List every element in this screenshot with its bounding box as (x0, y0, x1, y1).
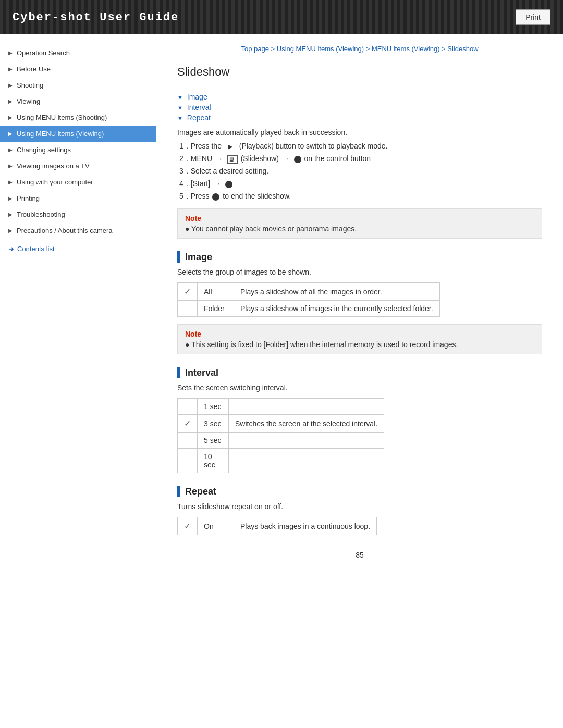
circle-button-icon (212, 193, 219, 201)
contents-list-label: Contents list (17, 245, 55, 253)
check-cell (178, 433, 198, 449)
sidebar-item-using-menu-shooting[interactable]: ▶Using MENU items (Shooting) (0, 109, 156, 126)
arrow-icon: ▶ (8, 115, 13, 120)
table-row: ✓ 3 sec Switches the screen at the selec… (178, 415, 384, 433)
interval-table: 1 sec ✓ 3 sec Switches the screen at the… (177, 398, 384, 473)
print-button[interactable]: Print (516, 9, 550, 25)
arrow-icon: ▶ (8, 131, 13, 137)
desc-cell: Switches the screen at the selected inte… (229, 415, 384, 433)
table-row: ✓ On Plays back images in a continuous l… (178, 517, 377, 535)
interval-description: Sets the screen switching interval. (177, 384, 542, 392)
arrow-icon: ▶ (8, 228, 13, 233)
sidebar-label: Using with your computer (17, 178, 93, 186)
sidebar-item-using-menu-viewing[interactable]: ▶Using MENU items (Viewing) (0, 126, 156, 142)
interval-section-link[interactable]: ▼ Interval (177, 103, 542, 112)
sidebar-label: Using MENU items (Viewing) (17, 130, 104, 138)
breadcrumb-using-menu-viewing[interactable]: Using MENU items (Viewing) (277, 45, 364, 53)
playback-icon: ▶ (225, 142, 236, 151)
circle-button-icon (225, 181, 232, 188)
interval-heading: Interval (177, 367, 542, 378)
section-bar-icon (177, 367, 180, 378)
sidebar-item-operation-search[interactable]: ▶Operation Search (0, 45, 156, 61)
breadcrumb: Top page > Using MENU items (Viewing) > … (177, 45, 542, 53)
arrow-right-icon: ➜ (8, 245, 14, 253)
image-heading: Image (177, 251, 542, 263)
image-link-label: Image (187, 93, 207, 101)
table-row: 1 sec (178, 399, 384, 415)
repeat-section-link[interactable]: ▼ Repeat (177, 114, 542, 122)
step-1: 1．Press the ▶ (Playback) button to switc… (177, 142, 542, 151)
intro-text: Images are automatically played back in … (177, 128, 542, 137)
check-cell: ✓ (178, 283, 198, 301)
sidebar-label: Precautions / About this camera (17, 227, 113, 235)
arrow-icon: ▶ (8, 212, 13, 217)
table-row: ✓ All Plays a slideshow of all the image… (178, 283, 440, 301)
image-description: Selects the group of images to be shown. (177, 268, 542, 276)
circle-button-icon (294, 156, 301, 163)
sidebar-item-viewing-images-tv[interactable]: ▶Viewing images on a TV (0, 158, 156, 174)
step-5: 5．Press to end the slideshow. (177, 192, 542, 201)
check-cell (178, 449, 198, 473)
sidebar-label: Viewing images on a TV (17, 162, 90, 170)
sidebar-label: Viewing (17, 97, 40, 105)
label-cell: All (198, 283, 234, 301)
desc-cell (229, 399, 384, 415)
sidebar-item-troubleshooting[interactable]: ▶Troubleshooting (0, 206, 156, 223)
arrow-icon: → (216, 155, 223, 163)
arrow-icon: ▶ (8, 82, 13, 88)
interval-link-label: Interval (187, 103, 211, 112)
checkmark-icon: ✓ (184, 419, 191, 428)
sidebar-item-viewing[interactable]: ▶Viewing (0, 93, 156, 109)
page-title: Slideshow (177, 65, 542, 84)
check-cell: ✓ (178, 415, 198, 433)
sidebar-item-printing[interactable]: ▶Printing (0, 190, 156, 206)
sidebar-label: Changing settings (17, 146, 71, 154)
desc-cell: Plays back images in a continuous loop. (234, 517, 377, 535)
step-3: 3．Select a desired setting. (177, 167, 542, 176)
desc-cell (229, 433, 384, 449)
repeat-heading: Repeat (177, 486, 542, 497)
sidebar-label: Printing (17, 194, 40, 202)
repeat-section: Repeat Turns slideshow repeat on or off.… (177, 486, 542, 535)
sidebar-item-before-use[interactable]: ▶Before Use (0, 61, 156, 77)
breadcrumb-top[interactable]: Top page (241, 45, 269, 53)
breadcrumb-current: Slideshow (447, 45, 478, 53)
arrow-icon: → (283, 155, 289, 163)
desc-cell: Plays a slideshow of images in the curre… (234, 301, 440, 317)
repeat-table: ✓ On Plays back images in a continuous l… (177, 517, 377, 535)
header: Cyber-shot User Guide Print (0, 0, 563, 34)
triangle-down-icon: ▼ (177, 115, 183, 121)
arrow-icon: ▶ (8, 98, 13, 104)
sidebar-item-shooting[interactable]: ▶Shooting (0, 77, 156, 93)
desc-cell (229, 449, 384, 473)
label-cell: On (198, 517, 234, 535)
arrow-icon: ▶ (8, 195, 13, 201)
note-item-1: You cannot play back movies or panorama … (185, 225, 534, 233)
repeat-description: Turns slideshow repeat on or off. (177, 502, 542, 511)
sidebar-label: Using MENU items (Shooting) (17, 114, 107, 121)
triangle-down-icon: ▼ (177, 105, 183, 111)
sidebar-label: Operation Search (17, 49, 70, 57)
arrow-icon: ▶ (8, 66, 13, 72)
steps-list: 1．Press the ▶ (Playback) button to switc… (177, 142, 542, 201)
step-4: 4．[Start] → (177, 179, 542, 189)
sidebar-item-using-computer[interactable]: ▶Using with your computer (0, 174, 156, 190)
contents-list-link[interactable]: ➜ Contents list (0, 239, 156, 259)
section-links: ▼ Image ▼ Interval ▼ Repeat (177, 93, 542, 122)
checkmark-icon: ✓ (184, 522, 191, 530)
sidebar-label: Troubleshooting (17, 211, 65, 218)
breadcrumb-menu-items-viewing[interactable]: MENU items (Viewing) (372, 45, 440, 53)
time-cell: 5 sec (198, 433, 229, 449)
breadcrumb-text: Top page > Using MENU items (Viewing) > … (241, 45, 478, 53)
time-cell: 1 sec (198, 399, 229, 415)
check-cell (178, 399, 198, 415)
sidebar-item-precautions[interactable]: ▶Precautions / About this camera (0, 223, 156, 239)
sidebar-item-changing-settings[interactable]: ▶Changing settings (0, 142, 156, 158)
table-row: 10 sec (178, 449, 384, 473)
arrow-icon: ▶ (8, 179, 13, 185)
note-box-1: Note You cannot play back movies or pano… (177, 208, 542, 239)
page-layout: ▶Operation Search▶Before Use▶Shooting▶Vi… (0, 34, 563, 580)
image-section-link[interactable]: ▼ Image (177, 93, 542, 101)
label-cell: Folder (198, 301, 234, 317)
arrow-icon: ▶ (8, 50, 13, 56)
